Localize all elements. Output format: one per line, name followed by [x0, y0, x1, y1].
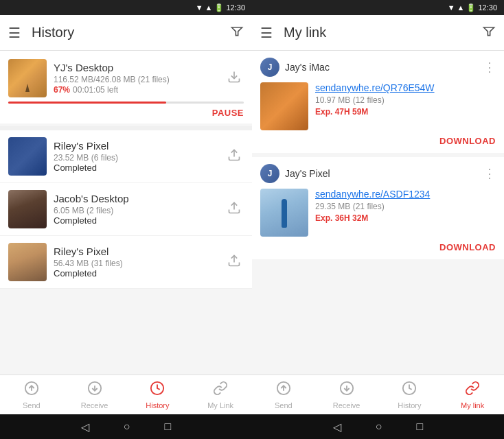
history-name-2: Riley's Pixel: [54, 246, 218, 257]
status-bar-left: ▼ ▲ 🔋 12:30: [0, 0, 252, 15]
link-card-user-0: J Jay's iMac: [260, 58, 330, 77]
nav-send-label-right: Send: [275, 401, 293, 410]
link-actions-1: DOWNLOAD: [260, 242, 496, 252]
top-bar-left: ☰ History: [0, 15, 252, 51]
active-download-time: 00:01:05 left: [73, 85, 118, 95]
send-icon-right: [276, 381, 291, 400]
home-btn-left[interactable]: ○: [124, 420, 130, 433]
download-button-1[interactable]: DOWNLOAD: [439, 242, 496, 252]
history-info-1: Jacob's Desktop 6.05 MB (2 files) Comple…: [54, 193, 218, 226]
link-username-0: Jay's iMac: [285, 62, 330, 73]
history-size-2: 56.43 MB (31 files): [54, 259, 218, 268]
link-card-0: J Jay's iMac ⋮ sendanywhe.re/QR76E54W 10…: [252, 51, 504, 153]
active-download-thumb: [8, 59, 47, 97]
link-info-0: sendanywhe.re/QR76E54W 10.97 MB (12 file…: [315, 82, 496, 117]
filter-icon-right[interactable]: [482, 24, 496, 41]
history-name-0: Riley's Pixel: [54, 140, 218, 152]
nav-send-right[interactable]: Send: [252, 375, 315, 414]
pause-row: PAUSE: [8, 104, 244, 123]
battery-icon: 🔋: [214, 3, 224, 12]
nav-history-label-left: History: [146, 401, 169, 410]
link-info-1: sendanywhe.re/ASDF1234 29.35 MB (21 file…: [315, 189, 496, 223]
recent-btn-right[interactable]: □: [417, 420, 424, 433]
bottom-nav-right: Send Receive History: [252, 375, 504, 414]
active-download-card: YJ's Desktop 116.52 MB/426.08 MB (21 fil…: [0, 51, 252, 123]
page-title-right: My link: [284, 25, 482, 40]
home-btn-right[interactable]: ○: [376, 420, 382, 433]
history-size-1: 6.05 MB (2 files): [54, 206, 218, 215]
active-download-percent: 67%: [54, 85, 70, 95]
history-content: YJ's Desktop 116.52 MB/426.08 MB (21 fil…: [0, 51, 252, 375]
history-thumb-2: [8, 243, 47, 281]
android-bar-left: ◁ ○ □: [0, 414, 252, 439]
wifi-icon-right: ▼: [448, 3, 455, 12]
more-icon-0[interactable]: ⋮: [483, 60, 496, 75]
send-icon-left: [24, 381, 39, 400]
nav-mylink-label-right: My link: [461, 401, 484, 410]
upload-icon-2[interactable]: [225, 251, 244, 274]
svg-marker-0: [232, 27, 242, 36]
download-icon-active[interactable]: [225, 67, 244, 90]
history-status-0: Completed: [54, 163, 218, 173]
mylink-icon-right: [465, 381, 480, 400]
nav-history-left[interactable]: History: [126, 375, 190, 414]
android-bar-right: ◁ ○ □: [252, 414, 504, 439]
back-btn-left[interactable]: ◁: [81, 420, 89, 434]
mylink-content: J Jay's iMac ⋮ sendanywhe.re/QR76E54W 10…: [252, 51, 504, 375]
nav-receive-left[interactable]: Receive: [63, 375, 126, 414]
link-actions-0: DOWNLOAD: [260, 136, 496, 146]
status-icons-right: ▼ ▲ 🔋 12:30: [448, 3, 497, 12]
page-title-left: History: [32, 25, 230, 40]
bottom-nav-left: Send Receive History: [0, 375, 252, 414]
nav-send-label-left: Send: [23, 401, 41, 410]
status-icons-left: ▼ ▲ 🔋 12:30: [196, 3, 245, 12]
pause-button[interactable]: PAUSE: [212, 108, 244, 118]
upload-icon-0[interactable]: [225, 145, 244, 168]
time-right: 12:30: [478, 3, 497, 12]
signal-icon-right: ▲: [457, 3, 465, 12]
mylink-icon-left: [213, 381, 228, 400]
avatar-0: J: [260, 58, 279, 77]
receive-icon-right: [339, 381, 354, 400]
wifi-icon: ▼: [196, 3, 203, 12]
battery-icon-right: 🔋: [466, 3, 476, 12]
link-card-header-0: J Jay's iMac ⋮: [260, 58, 496, 77]
link-exp-0: Exp. 47H 59M: [315, 107, 496, 117]
nav-mylink-label-left: My Link: [207, 401, 233, 410]
more-icon-1[interactable]: ⋮: [483, 166, 496, 181]
avatar-1: J: [260, 164, 279, 183]
link-url-1[interactable]: sendanywhe.re/ASDF1234: [315, 189, 496, 200]
history-info-0: Riley's Pixel 23.52 MB (6 files) Complet…: [54, 140, 218, 173]
history-thumb-1: [8, 190, 47, 228]
active-download-info: YJ's Desktop 116.52 MB/426.08 MB (21 fil…: [54, 62, 218, 95]
nav-receive-right[interactable]: Receive: [315, 375, 378, 414]
nav-send-left[interactable]: Send: [0, 375, 63, 414]
link-content-0: sendanywhe.re/QR76E54W 10.97 MB (12 file…: [260, 82, 496, 130]
active-download-size: 116.52 MB/426.08 MB (21 files): [54, 75, 218, 84]
top-bar-right: ☰ My link: [252, 15, 504, 51]
nav-history-label-right: History: [398, 401, 421, 410]
nav-mylink-left[interactable]: My Link: [189, 375, 252, 414]
active-download-name: YJ's Desktop: [54, 62, 218, 73]
download-button-0[interactable]: DOWNLOAD: [439, 136, 496, 146]
link-card-1: J Jay's Pixel ⋮ sendanywhe.re/ASDF1234 2…: [252, 157, 504, 259]
nav-mylink-right[interactable]: My link: [441, 375, 504, 414]
back-btn-right[interactable]: ◁: [333, 420, 341, 434]
history-icon-right: [402, 381, 417, 400]
history-item-2: Riley's Pixel 56.43 MB (31 files) Comple…: [0, 236, 252, 289]
history-screen: ▼ ▲ 🔋 12:30 ☰ History YJ's Desktop 116.5: [0, 0, 252, 439]
link-thumb-0: [260, 82, 308, 130]
menu-icon-right[interactable]: ☰: [260, 25, 273, 41]
filter-icon-left[interactable]: [230, 24, 244, 41]
nav-receive-label-left: Receive: [81, 401, 108, 410]
history-item-1: Jacob's Desktop 6.05 MB (2 files) Comple…: [0, 183, 252, 236]
menu-icon-left[interactable]: ☰: [8, 25, 21, 41]
signal-icon: ▲: [205, 3, 213, 12]
link-url-0[interactable]: sendanywhe.re/QR76E54W: [315, 82, 496, 93]
history-status-1: Completed: [54, 215, 218, 226]
nav-history-right[interactable]: History: [378, 375, 442, 414]
time-left: 12:30: [226, 3, 245, 12]
recent-btn-left[interactable]: □: [165, 420, 172, 433]
history-size-0: 23.52 MB (6 files): [54, 153, 218, 163]
upload-icon-1[interactable]: [225, 198, 244, 221]
